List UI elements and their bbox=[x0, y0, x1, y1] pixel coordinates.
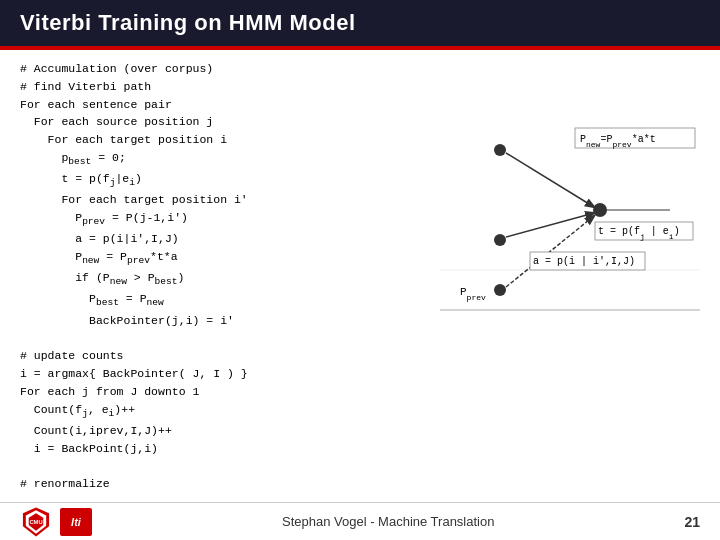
node-topleft bbox=[494, 144, 506, 156]
node-bottomleft bbox=[494, 234, 506, 246]
svg-text:CMU: CMU bbox=[29, 519, 42, 525]
main-content: # Accumulation (over corpus) # find Vite… bbox=[0, 50, 720, 500]
svg-text:Pprev: Pprev bbox=[460, 286, 486, 302]
svg-line-2 bbox=[506, 213, 594, 237]
lti-logo: lti bbox=[60, 508, 92, 536]
svg-text:a = p(i | i',I,J): a = p(i | i',I,J) bbox=[533, 256, 635, 267]
code-block: # Accumulation (over corpus) # find Vite… bbox=[20, 60, 430, 490]
footer-title: Stephan Vogel - Machine Translation bbox=[92, 514, 684, 529]
cmu-logo: CMU bbox=[20, 506, 52, 538]
footer-page: 21 bbox=[684, 514, 700, 530]
title-text: Viterbi Training on HMM Model bbox=[20, 10, 356, 35]
slide-title: Viterbi Training on HMM Model bbox=[0, 0, 720, 46]
svg-line-1 bbox=[506, 153, 594, 207]
code-text: # Accumulation (over corpus) # find Vite… bbox=[20, 60, 430, 493]
viterbi-diagram: Pnew=Pprev*a*t t = p(fj | ei) a = p(i | … bbox=[440, 70, 700, 370]
logos-area: CMU lti bbox=[20, 506, 92, 538]
svg-line-3 bbox=[506, 216, 594, 287]
node-pprev bbox=[494, 284, 506, 296]
footer: CMU lti Stephan Vogel - Machine Translat… bbox=[0, 502, 720, 540]
diagram-area: Pnew=Pprev*a*t t = p(fj | ei) a = p(i | … bbox=[430, 60, 700, 490]
